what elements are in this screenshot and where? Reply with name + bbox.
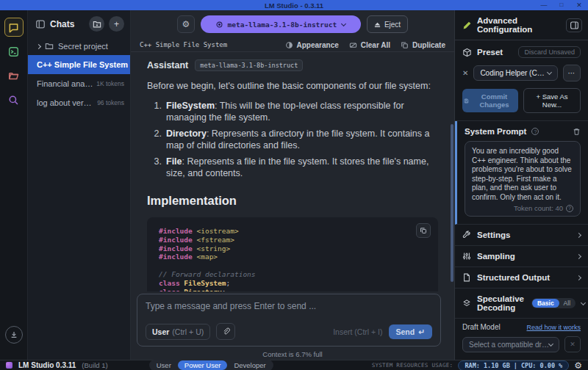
downloads-icon[interactable]	[5, 326, 23, 344]
chat-item-tokens: 96 tokens	[97, 99, 124, 106]
commit-changes-button[interactable]: Commit Changes	[462, 89, 518, 112]
save-icon	[464, 98, 469, 104]
message-model-badge: meta-llama-3.1-8b-instruct	[195, 59, 303, 71]
titlebar: LM Studio - 0.3.11 — □ ✕	[0, 0, 588, 10]
model-settings-gear-icon[interactable]: ⚙	[177, 15, 195, 33]
message-role: Assistant	[147, 60, 188, 70]
basic-all-segmented-control: Basic All	[531, 298, 576, 308]
preset-menu-icon[interactable]: ⋯	[563, 65, 581, 81]
discard-unsaved-button[interactable]: Discard Unsaved	[518, 46, 581, 58]
message-scroll-area[interactable]: Assistant meta-llama-3.1-8b-instruct Bef…	[131, 52, 454, 291]
ram-usage: RAM: 1.10 GB	[465, 362, 509, 369]
message-ordered-list: 1. FileSystem: This will be the top-leve…	[147, 100, 438, 179]
token-count: Token count: 40	[514, 204, 563, 212]
app-logo-icon	[6, 362, 12, 369]
model-toolbar: ⚙ meta-llama-3.1-8b-instruct Eject	[131, 10, 454, 38]
clear-all-icon	[349, 41, 357, 49]
sidebar-folder-secret-project[interactable]: Secret project	[28, 37, 130, 55]
save-as-new-button[interactable]: + Save As New...	[523, 88, 581, 113]
clear-draft-model-icon[interactable]: ✕	[564, 336, 581, 352]
folder-icon	[45, 42, 54, 51]
draft-model-select[interactable]: Select a compatible draft model	[462, 337, 559, 352]
system-prompt-editor[interactable]: You are an incredibly good C++ engineer.…	[465, 141, 581, 217]
chats-sidebar: Chats + Secret project C++ Simple File S…	[28, 10, 131, 360]
mode-power-user[interactable]: Power User	[178, 360, 228, 370]
insert-button[interactable]: Insert (Ctrl + I)	[333, 327, 382, 336]
loaded-model-selector[interactable]: meta-llama-3.1-8b-instruct	[201, 15, 361, 33]
sliders-icon	[462, 252, 471, 261]
chat-item-label: log about version of ...	[37, 98, 94, 107]
new-chat-button[interactable]: +	[109, 16, 124, 32]
window-title: LM Studio - 0.3.11	[0, 1, 588, 10]
model-icon	[216, 21, 223, 28]
segment-basic[interactable]: Basic	[532, 299, 559, 308]
preset-section: Preset Discard Unsaved ✕ Coding Helper (…	[455, 40, 588, 121]
discover-nav-icon[interactable]	[4, 90, 24, 109]
list-item: 2. Directory: Represents a directory in …	[147, 128, 438, 151]
collapse-sidebar-icon[interactable]	[35, 19, 46, 29]
chat-tab-title: C++ Simple File System	[140, 41, 227, 48]
clear-preset-icon[interactable]: ✕	[462, 70, 468, 77]
chat-item-tokens: 1K tokens	[96, 80, 124, 87]
structured-output-section-header[interactable]: Structured Output	[455, 267, 588, 289]
status-bar: LM Studio 0.3.11 (Build 1) User Power Us…	[0, 360, 588, 370]
chat-list-item-selected[interactable]: C++ Simple File System 275 tokens ⋯	[28, 55, 130, 74]
settings-gear-icon[interactable]: ⚙	[574, 361, 582, 370]
sidebar-title: Chats	[50, 19, 85, 29]
developer-nav-icon[interactable]	[4, 42, 24, 61]
role-user-button[interactable]: User(Ctrl + U)	[146, 324, 210, 340]
resources-pill[interactable]: RAM: 1.10 GB | CPU: 0.00 %	[458, 360, 569, 370]
message-input[interactable]	[146, 301, 432, 319]
sampling-section-header[interactable]: Sampling	[455, 246, 588, 267]
message-input-box: User(Ctrl + U) Insert (Ctrl + I) Send↵	[137, 294, 441, 347]
my-models-nav-icon[interactable]	[4, 66, 24, 85]
system-prompt-label: System Prompt	[465, 127, 526, 136]
speculative-decoding-icon	[462, 299, 471, 308]
chat-list-item[interactable]: Financial analysis 1K tokens	[28, 74, 130, 93]
build-number: (Build 1)	[82, 361, 107, 369]
chat-area: ⚙ meta-llama-3.1-8b-instruct Eject C++ S…	[131, 10, 454, 360]
eject-model-button[interactable]: Eject	[367, 15, 408, 33]
chevron-down-icon	[341, 21, 346, 26]
collapse-panel-icon[interactable]	[566, 18, 582, 32]
system-prompt-section: System Prompt ? You are an incredibly go…	[455, 121, 588, 225]
speculative-decoding-body: Draft Model Read how it works Select a c…	[455, 319, 588, 360]
settings-section-header[interactable]: Settings	[455, 225, 588, 246]
chat-scrollbar[interactable]	[451, 124, 453, 282]
message-paragraph: Before we begin, let's outline the basic…	[147, 81, 438, 91]
chevron-right-icon	[576, 232, 581, 237]
paperclip-icon	[222, 327, 230, 335]
duplicate-button[interactable]: Duplicate	[401, 41, 445, 49]
chat-nav-icon[interactable]	[4, 18, 24, 37]
clear-all-button[interactable]: Clear All	[349, 41, 390, 49]
eject-icon	[374, 21, 381, 28]
send-button[interactable]: Send↵	[389, 324, 432, 339]
copy-code-icon[interactable]	[416, 223, 431, 238]
code-lines: #include <iostream>#include <fstream>#in…	[159, 227, 426, 291]
segment-all[interactable]: All	[559, 299, 575, 308]
chevron-down-icon	[581, 300, 586, 305]
chat-item-label: C++ Simple File System	[37, 60, 128, 69]
attach-file-button[interactable]	[216, 323, 235, 340]
preset-label: Preset	[477, 48, 503, 57]
chat-list-item[interactable]: log about version of ... 96 tokens	[28, 93, 130, 112]
wrench-icon	[462, 231, 471, 239]
chat-tabbar: C++ Simple File System Appearance Clear …	[131, 38, 454, 52]
mode-user[interactable]: User	[150, 360, 178, 370]
mode-developer[interactable]: Developer	[227, 360, 272, 370]
preset-select[interactable]: Coding Helper (C++)	[473, 65, 558, 81]
system-prompt-text: You are an incredibly good C++ engineer.…	[472, 147, 573, 202]
help-icon[interactable]: ?	[566, 205, 573, 212]
appearance-button[interactable]: Appearance	[285, 41, 339, 49]
chevron-right-icon	[36, 43, 41, 48]
speculative-decoding-section-header[interactable]: Speculative Decoding Basic All	[455, 289, 588, 319]
delete-prompt-icon[interactable]	[573, 128, 581, 136]
panel-title: Advanced Configuration	[477, 16, 561, 34]
read-how-it-works-link[interactable]: Read how it works	[526, 324, 581, 331]
new-folder-button[interactable]	[89, 16, 104, 32]
help-icon[interactable]: ?	[531, 128, 539, 135]
resources-label: SYSTEM RESOURCES USAGE:	[372, 362, 453, 369]
code-block: #include <iostream>#include <fstream>#in…	[147, 217, 438, 291]
advanced-configuration-panel: Advanced Configuration Preset Discard Un…	[454, 10, 588, 360]
context-status: Context is 6.7% full	[131, 347, 454, 360]
